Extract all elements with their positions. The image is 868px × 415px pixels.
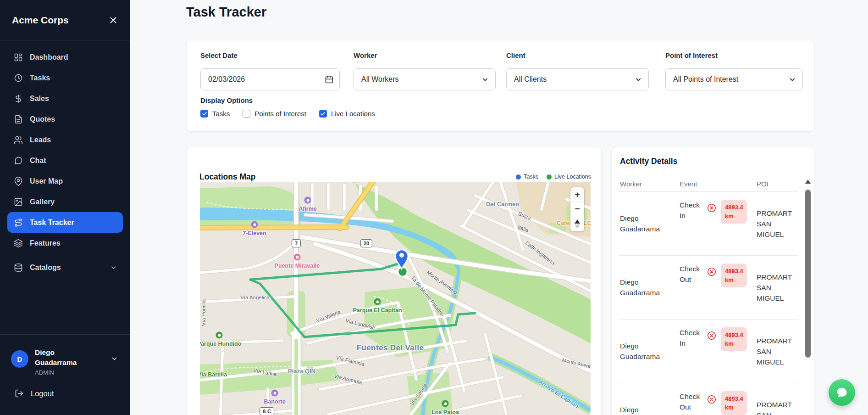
display-options-label: Display Options [200, 96, 375, 104]
column-event: Event [680, 180, 757, 188]
map[interactable]: Afirme7-ElevenPuente MiravalleVía Angéli… [200, 182, 591, 415]
chevron-down-icon [481, 75, 490, 84]
map-navigation-control: + − [570, 187, 584, 231]
sidebar-item-task-tracker[interactable]: Task Tracker [7, 212, 123, 233]
route-icon [14, 218, 23, 227]
sidebar-item-label: Dashboard [30, 53, 68, 62]
activity-scrollbar[interactable] [805, 178, 811, 415]
map-label: Calle Inglaterra [524, 240, 556, 266]
zoom-in-button[interactable]: + [570, 187, 584, 202]
sidebar-item-leads[interactable]: Leads [7, 129, 123, 150]
remove-icon[interactable] [707, 203, 717, 213]
chat-launcher-button[interactable] [829, 379, 855, 406]
sidebar-item-label: Sales [30, 95, 49, 103]
map-title: Locations Map [199, 172, 256, 182]
activity-poi: PROMART SAN MIGUEL [757, 336, 798, 367]
worker-field-group: Worker All Workers [354, 51, 496, 90]
logout-button[interactable]: Logout [15, 389, 119, 398]
checkbox-live-locations[interactable]: Live Locations [319, 110, 375, 118]
client-select[interactable]: All Clients [506, 68, 649, 90]
activity-row: Diego Guadarrama Check Out 4893.4 km PRO… [619, 256, 798, 320]
activity-worker: Diego Guadarrama [620, 341, 668, 362]
distance-badge: 4893.4 km [721, 391, 747, 415]
date-label: Select Date [200, 51, 340, 59]
chat-bubble-icon [835, 386, 848, 399]
map-label: Suiza [517, 211, 531, 221]
sidebar-item-dashboard[interactable]: Dashboard [7, 47, 123, 67]
locations-map-panel: Locations Map Tasks Live Locations [186, 147, 602, 415]
map-label: Italia [517, 224, 530, 233]
live-locations-dot-icon [547, 174, 552, 179]
park-icon [216, 332, 223, 339]
close-icon[interactable] [108, 15, 118, 25]
poi-select[interactable]: All Points of Interest [665, 68, 803, 90]
map-label: 7-Eleven [243, 230, 266, 236]
sidebar-item-chat[interactable]: Chat [7, 150, 123, 171]
checkbox-icon[interactable] [243, 110, 250, 118]
sidebar-item-label: Quotes [30, 115, 55, 123]
date-input[interactable]: 02/03/2026 [200, 68, 340, 90]
checkbox-tasks[interactable]: Tasks [200, 110, 230, 118]
map-label: Parque El Capitan [353, 307, 402, 314]
checkbox-label: Tasks [212, 110, 230, 118]
sidebar: Acme Corps Dashboard Tasks Sales Quotes … [0, 0, 130, 415]
map-pin-icon [14, 177, 23, 186]
sidebar-item-label: Gallery [30, 198, 55, 206]
remove-icon[interactable] [707, 331, 717, 341]
map-label: Vía Valeria [315, 309, 341, 324]
sidebar-item-tasks[interactable]: Tasks [7, 67, 123, 88]
checkbox-points-of-interest[interactable]: Points of Interest [243, 110, 306, 118]
map-label: Monte Avent [562, 357, 591, 369]
activity-details-panel: Activity Details Worker Event POI Diego … [611, 147, 814, 415]
checkbox-icon[interactable] [319, 110, 327, 118]
database-icon [14, 263, 23, 272]
filters-panel: Select Date 02/03/2026 Worker All Worker… [186, 40, 815, 132]
activity-poi: PROMART SAN MIGUEL [757, 208, 798, 240]
logout-label: Logout [31, 389, 54, 398]
chevron-down-icon[interactable] [111, 355, 118, 363]
user-info: Diego Guadarrama ADMIN [35, 348, 89, 376]
compass-button[interactable] [570, 216, 584, 231]
legend-live-locations: Live Locations [547, 174, 591, 180]
checkbox-label: Live Locations [331, 110, 375, 118]
sidebar-header: Acme Corps [0, 0, 130, 40]
sidebar-item-user-map[interactable]: User Map [7, 171, 123, 191]
distance-badge: 4893.4 km [721, 327, 747, 351]
chevron-down-icon [634, 75, 643, 84]
map-label: Puente Miravalle [275, 263, 320, 269]
sidebar-item-label: Chat [30, 157, 46, 165]
scrollbar-thumb[interactable] [805, 190, 811, 358]
distance-badge: 4893.4 km [721, 200, 747, 224]
sidebar-item-catalogs[interactable]: Catalogs [7, 257, 123, 278]
route-shield: 20 [360, 239, 372, 247]
activity-table: Worker Event POI Diego Guadarrama Check … [619, 176, 798, 415]
map-label: Los Patos [431, 409, 459, 415]
scroll-up-icon[interactable] [805, 179, 811, 184]
tasks-dot-icon [516, 174, 521, 179]
user-profile[interactable]: D Diego Guadarrama ADMIN [11, 348, 119, 376]
worker-select[interactable]: All Workers [354, 68, 496, 90]
sidebar-item-quotes[interactable]: Quotes [7, 109, 123, 129]
distance-badge: 4893.4 km [721, 264, 747, 287]
chevron-down-icon [788, 75, 797, 84]
remove-icon[interactable] [707, 394, 717, 404]
client-field-group: Client All Clients [506, 51, 649, 90]
map-label: Vía Aremula [333, 373, 363, 386]
map-label: Banorte [264, 398, 285, 405]
map-label: Monte Aventino [426, 269, 458, 295]
checkbox-icon[interactable] [200, 110, 208, 118]
sidebar-item-features[interactable]: Features [7, 233, 123, 253]
map-label: Parque Hundido [200, 341, 241, 347]
sidebar-item-sales[interactable]: Sales [7, 88, 123, 109]
map-label: Vía Barella [200, 371, 227, 378]
map-labels-layer: Afirme7-ElevenPuente MiravalleVía Angéli… [200, 182, 591, 415]
remove-icon[interactable] [707, 267, 717, 277]
compass-icon [575, 219, 580, 224]
sidebar-user-section: D Diego Guadarrama ADMIN Logout [0, 334, 130, 415]
sidebar-item-gallery[interactable]: Gallery [7, 191, 123, 212]
checkbox-label: Points of Interest [254, 110, 306, 118]
calendar-icon[interactable] [325, 75, 334, 84]
zoom-out-button[interactable]: − [570, 202, 584, 216]
activity-event: Check In 4893.4 km [680, 192, 757, 255]
user-role: ADMIN [35, 369, 89, 376]
